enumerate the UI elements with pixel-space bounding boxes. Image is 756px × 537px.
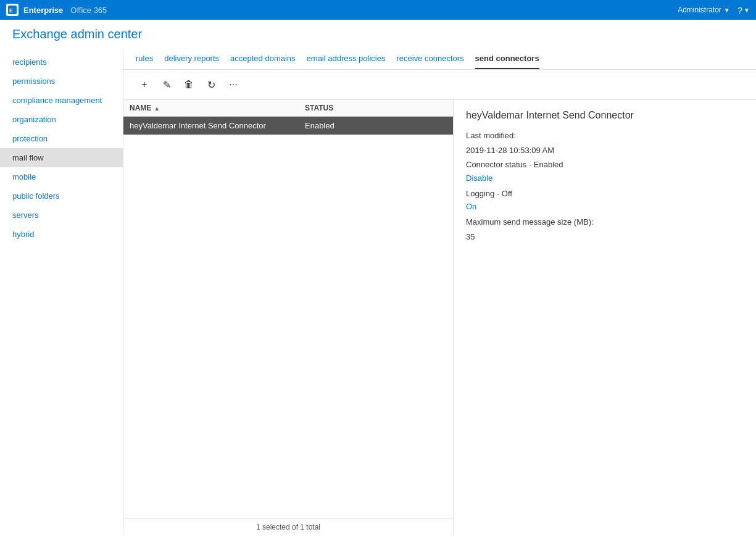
- more-button[interactable]: ···: [225, 76, 242, 93]
- toolbar: + ✎ 🗑 ↻ ···: [123, 70, 756, 99]
- detail-connector-status: Connector status - Enabled: [466, 159, 744, 171]
- detail-last-modified-label: Last modified:: [466, 130, 744, 142]
- detail-last-modified-value: 2019-11-28 10:53:09 AM: [466, 144, 744, 157]
- tab-email-address-policies[interactable]: email address policies: [307, 54, 386, 69]
- tab-nav: rulesdelivery reportsaccepted domainsema…: [123, 48, 756, 70]
- col-name-label: NAME: [130, 104, 151, 112]
- app-suite: Office 365: [70, 6, 107, 15]
- content-area: NAME ▲ STATUS heyValdemar Internet Send …: [123, 99, 756, 535]
- sidebar-item-permissions[interactable]: permissions: [0, 72, 123, 91]
- sidebar-item-recipients[interactable]: recipients: [0, 52, 123, 72]
- sidebar-item-organization[interactable]: organization: [0, 110, 123, 129]
- sort-icon: ▲: [154, 105, 160, 112]
- app-name: Enterprise: [23, 6, 63, 15]
- table-area: NAME ▲ STATUS heyValdemar Internet Send …: [123, 100, 454, 535]
- detail-logging: Logging - Off: [466, 188, 744, 200]
- tab-receive-connectors[interactable]: receive connectors: [396, 54, 463, 69]
- topbar: E Enterprise Office 365 Administrator ▼ …: [0, 0, 756, 20]
- sidebar-item-hybrid[interactable]: hybrid: [0, 225, 123, 244]
- edit-button[interactable]: ✎: [158, 76, 175, 93]
- help-caret[interactable]: ▼: [744, 7, 750, 14]
- table-header: NAME ▲ STATUS: [123, 100, 453, 117]
- sidebar-item-mail-flow[interactable]: mail flow: [0, 148, 123, 167]
- tab-rules[interactable]: rules: [136, 54, 153, 69]
- delete-button[interactable]: 🗑: [180, 76, 197, 93]
- table-body: heyValdemar Internet Send Connector Enab…: [123, 117, 453, 518]
- detail-max-size-label: Maximum send message size (MB):: [466, 216, 744, 228]
- main-content: rulesdelivery reportsaccepted domainsema…: [123, 48, 756, 535]
- page-title: Exchange admin center: [12, 27, 744, 41]
- user-name: Administrator: [678, 6, 721, 14]
- row-name: heyValdemar Internet Send Connector: [123, 117, 299, 135]
- sidebar-item-compliance-management[interactable]: compliance management: [0, 91, 123, 110]
- detail-title: heyValdemar Internet Send Connector: [466, 110, 744, 121]
- refresh-button[interactable]: ↻: [202, 76, 220, 93]
- sidebar-item-mobile[interactable]: mobile: [0, 167, 123, 186]
- sidebar: recipientspermissionscompliance manageme…: [0, 48, 123, 535]
- detail-panel: heyValdemar Internet Send Connector Last…: [454, 100, 756, 535]
- status-bar: 1 selected of 1 total: [123, 518, 453, 535]
- detail-max-size-value: 35: [466, 231, 744, 243]
- detail-on-link[interactable]: On: [466, 202, 744, 211]
- app-icon: E: [6, 4, 19, 16]
- sidebar-item-public-folders[interactable]: public folders: [0, 186, 123, 206]
- svg-text:E: E: [9, 7, 13, 14]
- col-status-header[interactable]: STATUS: [299, 100, 453, 116]
- col-status-label: STATUS: [305, 104, 333, 112]
- sidebar-item-protection[interactable]: protection: [0, 129, 123, 148]
- table-row[interactable]: heyValdemar Internet Send Connector Enab…: [123, 117, 453, 135]
- add-button[interactable]: +: [136, 76, 153, 93]
- sidebar-item-servers[interactable]: servers: [0, 206, 123, 225]
- page-title-bar: Exchange admin center: [0, 20, 756, 48]
- user-menu[interactable]: Administrator ▼: [678, 6, 730, 14]
- detail-disable-link[interactable]: Disable: [466, 173, 744, 183]
- tab-accepted-domains[interactable]: accepted domains: [230, 54, 296, 69]
- tab-send-connectors[interactable]: send connectors: [475, 54, 539, 69]
- row-status: Enabled: [299, 117, 453, 135]
- help-icon[interactable]: ?: [737, 5, 742, 15]
- tab-delivery-reports[interactable]: delivery reports: [164, 54, 219, 69]
- layout: recipientspermissionscompliance manageme…: [0, 48, 756, 535]
- user-caret: ▼: [724, 7, 730, 14]
- col-name-header[interactable]: NAME ▲: [123, 100, 299, 116]
